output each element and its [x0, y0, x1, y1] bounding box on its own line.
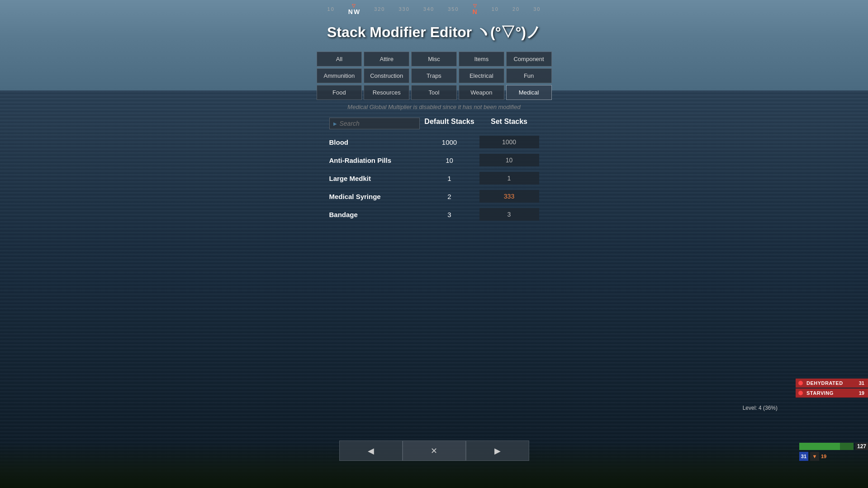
health-value: 127 — [855, 443, 868, 450]
category-btn-attire[interactable]: Attire — [364, 52, 409, 66]
compass-label-330: 330 — [398, 6, 409, 12]
compass-label-20: 20 — [512, 6, 520, 12]
set-val-input-0[interactable] — [479, 136, 539, 148]
dehydrated-dot — [798, 381, 803, 385]
compass-label-30: 30 — [533, 6, 541, 12]
category-grid: AllAttireMiscItemsComponentAmmunitionCon… — [317, 52, 552, 100]
item-name-0: Blood — [329, 138, 420, 146]
search-input[interactable] — [340, 120, 394, 127]
main-panel: Stack Modifier Editor ヽ(°▽°)ノ AllAttireM… — [317, 23, 552, 223]
compass-label-320: 320 — [374, 6, 385, 12]
table-row: Medical Syringe2 — [326, 187, 543, 205]
item-name-3: Medical Syringe — [329, 193, 420, 200]
disabled-message: Medical Global Multiplier is disabled si… — [347, 104, 520, 110]
table-rows: Blood1000Anti-Radiation Pills10Large Med… — [326, 133, 543, 223]
category-btn-all[interactable]: All — [317, 52, 362, 66]
table-row: Blood1000 — [326, 133, 543, 151]
starving-label: STARVING — [806, 390, 855, 396]
compass-nw: ▽ NW — [348, 3, 360, 15]
orange-indicator: ▼ — [810, 452, 819, 461]
bottom-nav: ◀ ✕ ▶ — [339, 441, 529, 461]
next-button[interactable]: ▶ — [466, 441, 529, 461]
table-row: Anti-Radiation Pills10 — [326, 151, 543, 169]
set-val-input-3[interactable] — [479, 190, 539, 203]
category-btn-misc[interactable]: Misc — [411, 52, 457, 66]
starving-dot — [798, 391, 803, 395]
default-val-2: 1 — [420, 175, 479, 182]
level-display: Level: 4 (36%) — [743, 405, 778, 411]
starving-status: STARVING 19 — [796, 389, 868, 398]
panel-title: Stack Modifier Editor ヽ(°▽°)ノ — [327, 23, 541, 43]
set-val-input-1[interactable] — [479, 154, 539, 166]
table-row: Large Medkit1 — [326, 169, 543, 187]
category-btn-food[interactable]: Food — [317, 85, 362, 100]
hud-bars: 127 31 ▼ 19 — [799, 443, 868, 461]
close-button[interactable]: ✕ — [403, 441, 466, 461]
blue-indicator: 31 — [799, 452, 808, 461]
col-default-header: Default Stacks — [420, 118, 479, 129]
item-name-1: Anti-Radiation Pills — [329, 156, 420, 164]
compass-label-10: 10 — [492, 6, 499, 12]
default-val-1: 10 — [420, 156, 479, 164]
category-btn-weapon[interactable]: Weapon — [459, 85, 504, 100]
search-box[interactable]: ▶ — [329, 118, 420, 129]
starving-value: 19 — [859, 390, 864, 396]
col-set-header: Set Stacks — [479, 118, 539, 129]
default-val-3: 2 — [420, 193, 479, 200]
dehydrated-status: DEHYDRATED 31 — [796, 379, 868, 388]
compass-bar: 10 ▽ NW 320 330 340 350 ▽ N 10 20 30 — [0, 0, 868, 18]
category-btn-fun[interactable]: Fun — [506, 68, 552, 83]
category-btn-items[interactable]: Items — [459, 52, 504, 66]
compass-north: ▽ N — [473, 3, 478, 15]
category-btn-electrical[interactable]: Electrical — [459, 68, 504, 83]
category-btn-tool[interactable]: Tool — [411, 85, 457, 100]
search-arrow-icon: ▶ — [333, 121, 337, 126]
table-area: ▶ Default Stacks Set Stacks Blood1000Ant… — [326, 115, 543, 223]
dehydrated-value: 31 — [859, 380, 864, 386]
health-bar — [799, 443, 854, 450]
indicator-row: 31 ▼ 19 — [799, 452, 868, 461]
set-val-input-4[interactable] — [479, 208, 539, 221]
prev-button[interactable]: ◀ — [339, 441, 403, 461]
set-val-input-2[interactable] — [479, 172, 539, 185]
health-fill — [799, 443, 840, 450]
compass-label-350: 350 — [448, 6, 459, 12]
default-val-0: 1000 — [420, 138, 479, 146]
table-header: ▶ Default Stacks Set Stacks — [326, 115, 543, 132]
category-btn-component[interactable]: Component — [506, 52, 552, 66]
item-name-2: Large Medkit — [329, 175, 420, 182]
category-btn-traps[interactable]: Traps — [411, 68, 457, 83]
category-btn-construction[interactable]: Construction — [364, 68, 409, 83]
category-btn-ammunition[interactable]: Ammunition — [317, 68, 362, 83]
category-btn-resources[interactable]: Resources — [364, 85, 409, 100]
item-name-4: Bandage — [329, 211, 420, 218]
category-btn-medical[interactable]: Medical — [506, 85, 552, 100]
compass-label-340: 340 — [423, 6, 434, 12]
health-bar-row: 127 — [799, 443, 868, 450]
compass-label-nw: 10 — [327, 6, 335, 12]
table-row: Bandage3 — [326, 205, 543, 223]
status-panel: DEHYDRATED 31 STARVING 19 — [796, 379, 868, 398]
dehydrated-label: DEHYDRATED — [806, 380, 855, 386]
orange-value: 19 — [821, 454, 826, 459]
default-val-4: 3 — [420, 211, 479, 218]
